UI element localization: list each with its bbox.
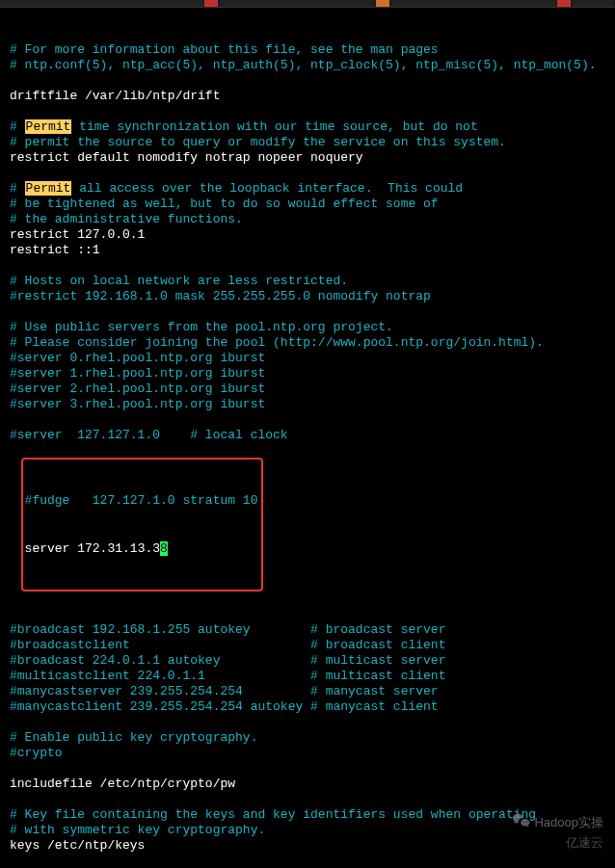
config-line: # permit the source to query or modify t… [10, 135, 605, 150]
config-line: #broadcastclient # broadcast client [10, 638, 605, 653]
config-line: restrict default nomodify notrap nopeer … [10, 150, 605, 166]
config-line: #server 0.rhel.pool.ntp.org iburst [10, 351, 605, 366]
config-line [10, 715, 605, 730]
config-line: # Please consider joining the pool (http… [10, 335, 605, 351]
config-line: #restrict 192.168.1.0 mask 255.255.255.0… [10, 289, 605, 304]
config-line: # Use public servers from the pool.ntp.o… [10, 320, 605, 335]
config-line: # For more information about this file, … [10, 42, 605, 58]
config-line: #manycastclient 239.255.254.254 autokey … [10, 699, 605, 715]
config-line [10, 761, 605, 776]
config-line: # with symmetric key cryptography. [10, 823, 605, 838]
config-line-edited: server 172.31.13.38 [25, 540, 258, 556]
search-highlight: Permit [25, 119, 72, 134]
config-line: # Enable public key cryptography. [10, 730, 605, 746]
config-line [10, 104, 605, 119]
config-line: #crypto [10, 746, 605, 761]
config-line [10, 166, 605, 181]
config-line [10, 854, 605, 868]
config-line: #server 127.127.1.0 # local clock [10, 428, 605, 443]
config-line: #broadcast 224.0.1.1 autokey # multicast… [10, 653, 605, 669]
config-line: #broadcast 192.168.1.255 autokey # broad… [10, 622, 605, 638]
config-line: #server 1.rhel.pool.ntp.org iburst [10, 366, 605, 381]
config-line: #multicastclient 224.0.1.1 # multicast c… [10, 669, 605, 684]
config-line [10, 792, 605, 807]
server-directive: server 172.31.13.3 [25, 541, 160, 556]
config-line [10, 304, 605, 320]
config-line: # the administrative functions. [10, 212, 605, 227]
config-line: # Permit time synchronization with our t… [10, 119, 605, 135]
config-line [10, 412, 605, 428]
config-line [10, 258, 605, 274]
config-line: # Hosts on local network are less restri… [10, 274, 605, 289]
config-line: # be tightened as well, but to do so wou… [10, 197, 605, 212]
config-line: includefile /etc/ntp/crypto/pw [10, 776, 605, 792]
search-highlight: Permit [25, 181, 72, 196]
config-line: #server 2.rhel.pool.ntp.org iburst [10, 381, 605, 397]
config-line [10, 607, 605, 622]
config-line: #fudge 127.127.1.0 stratum 10 [25, 492, 258, 508]
config-line [10, 73, 605, 89]
config-line: driftfile /var/lib/ntp/drift [10, 89, 605, 104]
text-cursor: 8 [160, 541, 168, 556]
config-line: restrict 127.0.0.1 [10, 227, 605, 243]
config-line: keys /etc/ntp/keys [10, 838, 605, 854]
config-line: restrict ::1 [10, 243, 605, 258]
highlight-annotation-box: #fudge 127.127.1.0 stratum 10 server 172… [21, 458, 264, 592]
terminal-editor[interactable]: # For more information about this file, … [0, 8, 615, 868]
window-tab-strip [0, 0, 615, 8]
config-line: # Permit all access over the loopback in… [10, 181, 605, 197]
config-line: #server 3.rhel.pool.ntp.org iburst [10, 397, 605, 412]
config-line: # ntp.conf(5), ntp_acc(5), ntp_auth(5), … [10, 58, 605, 73]
config-line: #manycastserver 239.255.254.254 # manyca… [10, 684, 605, 699]
config-line: # Key file containing the keys and key i… [10, 807, 605, 823]
